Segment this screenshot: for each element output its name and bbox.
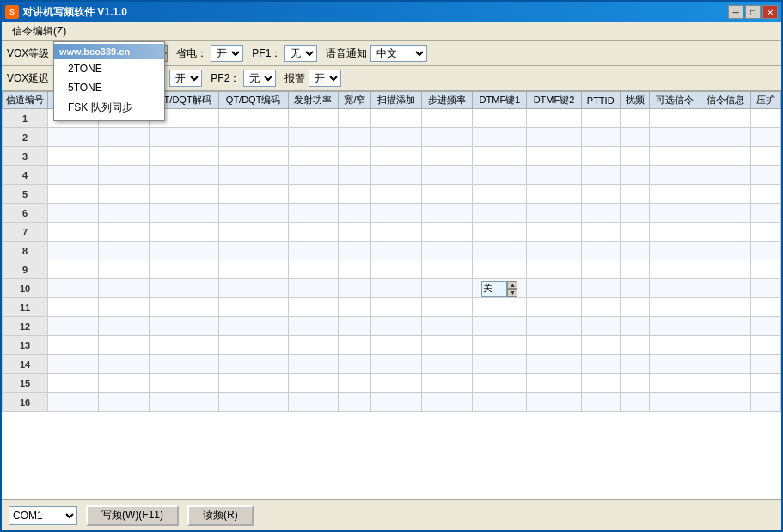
- table-cell[interactable]: [650, 374, 700, 393]
- table-cell[interactable]: [473, 336, 527, 355]
- menu-item-signal-edit[interactable]: 信令编辑(Z): [5, 22, 73, 40]
- table-cell[interactable]: [473, 204, 527, 223]
- table-cell[interactable]: [620, 355, 650, 374]
- table-cell[interactable]: [581, 336, 620, 355]
- table-cell[interactable]: [700, 204, 751, 223]
- pf1-select[interactable]: 无: [284, 45, 317, 62]
- table-cell[interactable]: [650, 223, 700, 242]
- table-cell[interactable]: [339, 279, 371, 298]
- table-cell[interactable]: [650, 185, 700, 204]
- table-cell[interactable]: [527, 317, 581, 336]
- table-cell[interactable]: [149, 147, 218, 166]
- table-cell[interactable]: [371, 128, 422, 147]
- table-cell[interactable]: [700, 166, 751, 185]
- com-port-select[interactable]: COM1 COM2 COM3: [9, 506, 77, 525]
- table-cell[interactable]: [98, 128, 149, 147]
- table-cell[interactable]: [620, 242, 650, 260]
- table-cell[interactable]: [473, 260, 527, 279]
- table-cell[interactable]: [288, 204, 339, 223]
- table-cell[interactable]: [620, 336, 650, 355]
- table-cell[interactable]: [422, 109, 473, 128]
- table-cell[interactable]: [339, 185, 371, 204]
- table-cell[interactable]: [48, 279, 99, 298]
- table-cell[interactable]: [218, 298, 288, 317]
- table-cell[interactable]: [620, 393, 650, 412]
- table-cell[interactable]: [98, 223, 149, 242]
- table-cell[interactable]: [149, 374, 218, 393]
- table-cell[interactable]: [218, 166, 288, 185]
- table-cell[interactable]: [751, 147, 781, 166]
- close-button[interactable]: ✕: [762, 5, 778, 19]
- table-cell[interactable]: [98, 279, 149, 298]
- table-cell[interactable]: [527, 298, 581, 317]
- table-cell[interactable]: [48, 374, 99, 393]
- table-cell[interactable]: [581, 298, 620, 317]
- power-select[interactable]: 开 关: [211, 45, 243, 62]
- table-cell[interactable]: [149, 298, 218, 317]
- table-cell[interactable]: [620, 223, 650, 242]
- table-cell[interactable]: [218, 374, 288, 393]
- table-cell[interactable]: [149, 166, 218, 185]
- table-cell[interactable]: [218, 279, 288, 298]
- table-cell[interactable]: [48, 393, 99, 412]
- table-cell[interactable]: [288, 166, 339, 185]
- table-cell[interactable]: [700, 109, 751, 128]
- table-cell[interactable]: [48, 260, 99, 279]
- table-cell[interactable]: [371, 393, 422, 412]
- table-cell[interactable]: [620, 166, 650, 185]
- table-cell[interactable]: [650, 204, 700, 223]
- table-cell[interactable]: [149, 355, 218, 374]
- table-cell[interactable]: [98, 374, 149, 393]
- table-cell[interactable]: [527, 279, 581, 298]
- cell-spinner-down-btn[interactable]: ▼: [507, 289, 517, 297]
- table-cell[interactable]: [581, 185, 620, 204]
- table-cell[interactable]: [48, 317, 99, 336]
- table-cell[interactable]: [48, 128, 99, 147]
- table-cell[interactable]: [620, 298, 650, 317]
- table-cell[interactable]: [527, 393, 581, 412]
- table-cell[interactable]: [581, 374, 620, 393]
- table-cell[interactable]: [700, 279, 751, 298]
- table-cell[interactable]: [700, 298, 751, 317]
- table-cell[interactable]: [98, 166, 149, 185]
- table-cell[interactable]: [218, 109, 288, 128]
- table-cell[interactable]: [581, 128, 620, 147]
- dropdown-item-5tone[interactable]: 5TONE: [54, 78, 164, 97]
- table-cell[interactable]: [371, 166, 422, 185]
- table-cell[interactable]: [527, 242, 581, 260]
- table-cell[interactable]: [751, 166, 781, 185]
- table-cell[interactable]: [218, 260, 288, 279]
- table-cell[interactable]: [288, 336, 339, 355]
- table-cell[interactable]: [371, 336, 422, 355]
- table-cell[interactable]: [527, 128, 581, 147]
- table-cell[interactable]: [422, 393, 473, 412]
- table-cell[interactable]: [581, 242, 620, 260]
- table-cell[interactable]: [339, 260, 371, 279]
- table-cell[interactable]: [700, 374, 751, 393]
- table-cell[interactable]: [422, 355, 473, 374]
- table-cell[interactable]: [339, 166, 371, 185]
- table-cell[interactable]: [98, 260, 149, 279]
- table-cell[interactable]: [751, 204, 781, 223]
- table-cell[interactable]: [650, 166, 700, 185]
- table-cell[interactable]: [288, 128, 339, 147]
- table-cell[interactable]: [650, 128, 700, 147]
- table-cell[interactable]: [581, 204, 620, 223]
- table-cell[interactable]: [473, 393, 527, 412]
- table-cell[interactable]: [339, 374, 371, 393]
- table-cell[interactable]: [288, 185, 339, 204]
- table-cell[interactable]: [218, 204, 288, 223]
- table-cell[interactable]: [650, 393, 700, 412]
- table-cell[interactable]: [650, 279, 700, 298]
- table-cell[interactable]: [650, 317, 700, 336]
- table-cell[interactable]: [371, 279, 422, 298]
- table-cell[interactable]: [98, 298, 149, 317]
- table-cell[interactable]: [751, 279, 781, 298]
- table-cell[interactable]: [581, 166, 620, 185]
- table-cell[interactable]: [581, 109, 620, 128]
- restore-button[interactable]: □: [745, 5, 761, 19]
- table-cell[interactable]: [527, 374, 581, 393]
- table-cell[interactable]: [48, 336, 99, 355]
- table-cell[interactable]: [339, 128, 371, 147]
- table-cell[interactable]: [371, 317, 422, 336]
